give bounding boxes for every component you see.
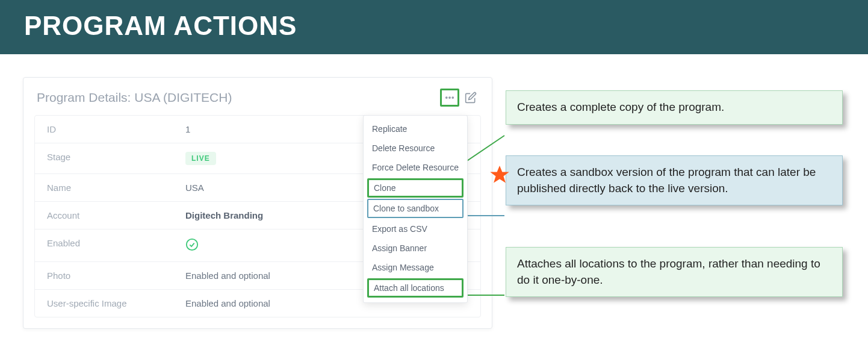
menu-export-csv[interactable]: Export as CSV [364, 219, 467, 239]
menu-clone[interactable]: Clone [367, 178, 463, 198]
actions-dropdown: Replicate Delete Resource Force Delete R… [363, 115, 468, 303]
banner-title: PROGRAM ACTIONS [24, 11, 297, 40]
panel-title: Program Details: USA (DIGITECH) [37, 90, 436, 105]
edit-button[interactable] [463, 90, 479, 105]
row-label: Photo [47, 270, 185, 281]
stage-badge: LIVE [185, 152, 216, 165]
svg-point-0 [446, 97, 447, 98]
row-label: ID [47, 124, 185, 134]
svg-point-1 [449, 97, 450, 98]
menu-replicate[interactable]: Replicate [364, 119, 467, 139]
menu-assign-banner[interactable]: Assign Banner [364, 239, 467, 258]
row-value: LIVE [185, 152, 216, 165]
content-area: Program Details: USA (DIGITECH) ID 1 Sta… [0, 54, 868, 329]
row-value: 1 [185, 124, 190, 134]
menu-clone-to-sandbox[interactable]: Clone to sandbox [367, 199, 463, 218]
more-actions-button[interactable] [440, 89, 459, 107]
row-value: Digitech Branding [185, 210, 263, 220]
callout-clone: Creates a complete copy of the program. [506, 90, 843, 125]
menu-assign-message[interactable]: Assign Message [364, 258, 467, 277]
row-label: Name [47, 183, 185, 193]
menu-delete-resource[interactable]: Delete Resource [364, 139, 467, 158]
svg-marker-4 [490, 166, 509, 183]
row-value: Enabled and optional [185, 298, 270, 308]
check-circle-icon [185, 238, 199, 251]
slide-banner: PROGRAM ACTIONS [0, 0, 868, 54]
row-label: User-specific Image [47, 298, 185, 308]
row-label: Account [47, 210, 185, 220]
row-value: Enabled and optional [185, 270, 270, 281]
callout-clone-sandbox: Creates a sandbox version of the program… [506, 155, 843, 205]
row-value [185, 238, 199, 253]
menu-force-delete-resource[interactable]: Force Delete Resource [364, 158, 467, 177]
row-value: USA [185, 183, 204, 193]
row-label: Stage [47, 152, 185, 165]
svg-point-3 [187, 239, 197, 250]
star-icon [489, 164, 510, 188]
callout-attach-locations: Attaches all locations to the program, r… [506, 247, 843, 297]
program-details-panel: Program Details: USA (DIGITECH) ID 1 Sta… [23, 77, 492, 329]
row-label: Enabled [47, 238, 185, 253]
menu-attach-all-locations[interactable]: Attach all locations [367, 278, 463, 298]
panel-header: Program Details: USA (DIGITECH) [23, 78, 492, 115]
svg-point-2 [452, 97, 453, 98]
edit-icon [465, 92, 477, 104]
more-horizontal-icon [444, 92, 455, 103]
